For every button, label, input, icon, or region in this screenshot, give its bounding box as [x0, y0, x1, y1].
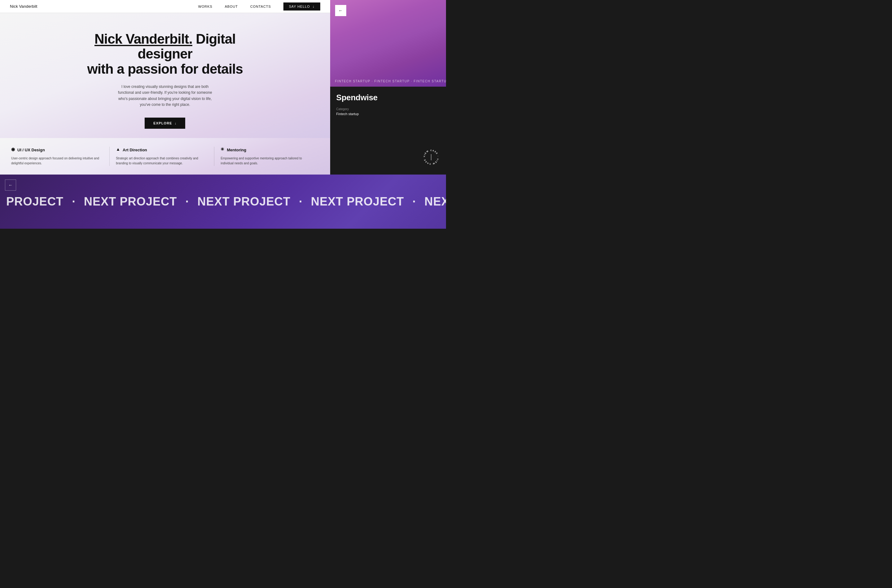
service-ux-title: ◉ UI / UX Design [11, 147, 103, 153]
arrow-left-icon: ← [338, 8, 343, 13]
hero-section: Nick Vanderbilt. Digital designerwith a … [0, 13, 330, 138]
next-project-text: PROJECT · NEXT PROJECT · NEXT PROJECT · … [6, 195, 446, 208]
project-card-panel: ← FINTECH STARTUP · FINTECH STARTUP · FI… [330, 0, 446, 174]
project-image: FINTECH STARTUP · FINTECH STARTUP · FINT… [330, 0, 446, 87]
service-mentoring-desc: Empowering and supportive mentoring appr… [221, 156, 313, 166]
services-section: ◉ UI / UX Design User-centric design app… [0, 138, 330, 174]
main-panel: Nick Vanderbilt WORKS ABOUT CONTACTS SAY… [0, 0, 330, 174]
service-ux-desc: User-centric design approach focused on … [11, 156, 103, 166]
art-icon: ▲ [116, 147, 120, 152]
service-mentoring-title: ✳ Mentoring [221, 147, 313, 153]
project-ticker: FINTECH STARTUP · FINTECH STARTUP · FINT… [330, 76, 446, 87]
ux-icon: ◉ [11, 147, 15, 152]
nav-about[interactable]: ABOUT [225, 4, 238, 8]
hero-title-name: Nick Vanderbilt. [95, 31, 193, 46]
nav-contacts[interactable]: CONTACTS [250, 4, 271, 8]
project-category-value: Fintech startup [336, 112, 440, 116]
project-category-label: Category [336, 107, 440, 111]
svg-text:VIEW CASE · VIEW CASE ·: VIEW CASE · VIEW CASE · [421, 147, 439, 165]
site-logo[interactable]: Nick Vanderbilt [10, 4, 37, 9]
service-item-ux: ◉ UI / UX Design User-centric design app… [11, 147, 110, 166]
back-button-top[interactable]: ← [335, 5, 346, 16]
header-nav: WORKS ABOUT CONTACTS SAY HELLO ↓ [198, 3, 320, 10]
service-art-title: ▲ Art Direction [116, 147, 208, 153]
project-info: Spendwise Category Fintech startup VIEW … [330, 87, 446, 174]
hero-title: Nick Vanderbilt. Digital designerwith a … [78, 32, 252, 76]
explore-arrow-icon: ↓ [174, 122, 177, 125]
service-art-desc: Strategic art direction approach that co… [116, 156, 208, 166]
header: Nick Vanderbilt WORKS ABOUT CONTACTS SAY… [0, 0, 330, 13]
arrow-down-icon: ↓ [313, 4, 315, 9]
back-button-bottom[interactable]: ← [5, 180, 16, 190]
say-hello-button[interactable]: SAY HELLO ↓ [283, 3, 320, 10]
top-section: Nick Vanderbilt WORKS ABOUT CONTACTS SAY… [0, 0, 446, 174]
arrow-left-bottom-icon: ← [8, 183, 13, 188]
project-name: Spendwise [336, 93, 440, 102]
service-item-mentoring: ✳ Mentoring Empowering and supportive me… [221, 147, 319, 166]
explore-button[interactable]: EXPLORE ↓ [144, 118, 185, 129]
page-wrapper: Nick Vanderbilt WORKS ABOUT CONTACTS SAY… [0, 0, 446, 229]
view-case-circle[interactable]: VIEW CASE · VIEW CASE · [421, 147, 441, 167]
next-project-ticker: PROJECT · NEXT PROJECT · NEXT PROJECT · … [0, 195, 446, 208]
bottom-section: ← PROJECT · NEXT PROJECT · NEXT PROJECT … [0, 174, 446, 229]
mentoring-icon: ✳ [221, 147, 224, 152]
view-case-svg: VIEW CASE · VIEW CASE · [421, 147, 441, 167]
service-item-art: ▲ Art Direction Strategic art direction … [116, 147, 214, 166]
hero-subtitle: I love creating visually stunning design… [116, 84, 215, 108]
nav-works[interactable]: WORKS [198, 4, 212, 8]
